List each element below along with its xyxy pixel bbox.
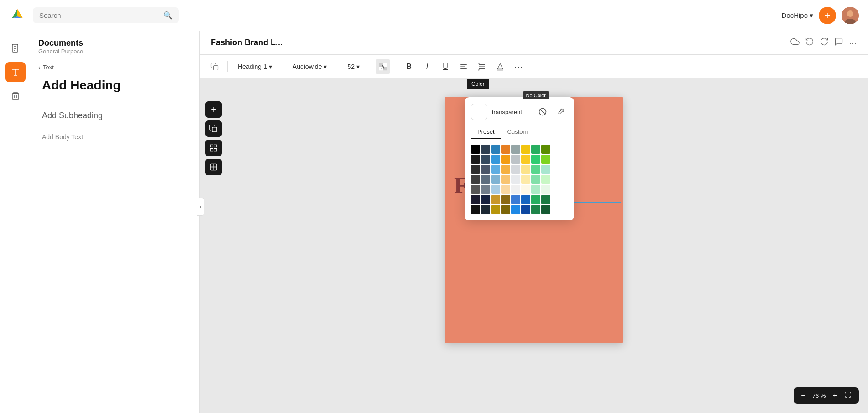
color-cell[interactable] xyxy=(521,205,530,214)
color-cell[interactable] xyxy=(511,145,520,154)
color-cell[interactable] xyxy=(471,175,480,184)
color-cell[interactable] xyxy=(501,205,510,214)
color-cell[interactable] xyxy=(521,165,530,174)
search-bar[interactable]: 🔍 xyxy=(33,7,179,23)
color-cell[interactable] xyxy=(481,185,490,194)
back-to-text[interactable]: ‹ Text xyxy=(38,64,192,71)
color-cell[interactable] xyxy=(541,185,550,194)
color-cell[interactable] xyxy=(501,185,510,194)
color-cell[interactable] xyxy=(501,175,510,184)
avatar[interactable] xyxy=(842,7,859,24)
color-cell[interactable] xyxy=(531,185,540,194)
color-cell[interactable] xyxy=(531,195,540,204)
color-cell[interactable] xyxy=(471,165,480,174)
grid-view-button[interactable] xyxy=(205,140,222,156)
tab-custom[interactable]: Custom xyxy=(501,125,534,139)
add-heading-item[interactable]: Add Heading xyxy=(38,74,192,96)
collapse-panel-button[interactable]: ‹ xyxy=(197,198,204,216)
italic-button[interactable]: I xyxy=(420,59,434,74)
add-button[interactable]: + xyxy=(819,7,836,24)
color-cell[interactable] xyxy=(491,155,500,164)
add-subheading-item[interactable]: Add Subheading xyxy=(38,107,192,124)
color-cell[interactable] xyxy=(541,175,550,184)
color-cell[interactable] xyxy=(541,155,550,164)
color-cell[interactable] xyxy=(471,155,480,164)
color-cell[interactable] xyxy=(491,185,500,194)
color-cell[interactable] xyxy=(541,195,550,204)
color-cell[interactable] xyxy=(471,145,480,154)
color-cell[interactable] xyxy=(511,175,520,184)
align-button[interactable] xyxy=(456,59,471,74)
redo-button[interactable] xyxy=(820,37,829,48)
zoom-out-button[interactable]: − xyxy=(798,391,808,401)
color-cell[interactable] xyxy=(531,175,540,184)
color-cell[interactable] xyxy=(521,155,530,164)
dochipo-dropdown[interactable]: DocHipo ▾ xyxy=(781,11,813,20)
color-cell[interactable] xyxy=(491,145,500,154)
color-cell[interactable] xyxy=(511,195,520,204)
sidebar-icon-text[interactable] xyxy=(5,62,26,82)
color-cell[interactable] xyxy=(531,205,540,214)
color-cell[interactable] xyxy=(501,195,510,204)
color-cell[interactable] xyxy=(531,145,540,154)
eyedropper-button[interactable] xyxy=(554,105,568,119)
underline-button[interactable]: U xyxy=(438,59,453,74)
add-body-text-item[interactable]: Add Body Text xyxy=(38,130,192,144)
more-toolbar-button[interactable]: ⋯ xyxy=(511,59,526,74)
color-cell[interactable] xyxy=(491,175,500,184)
color-cell[interactable] xyxy=(481,165,490,174)
undo-button[interactable] xyxy=(805,37,814,48)
copy-format-button[interactable] xyxy=(207,59,222,74)
color-cell[interactable] xyxy=(501,145,510,154)
no-color-button[interactable] xyxy=(536,105,549,119)
cloud-save-button[interactable] xyxy=(790,37,800,48)
color-cell[interactable] xyxy=(521,195,530,204)
logo[interactable] xyxy=(9,6,26,25)
color-cell[interactable] xyxy=(541,205,550,214)
color-cell[interactable] xyxy=(491,195,500,204)
color-cell[interactable] xyxy=(521,175,530,184)
font-size-dropdown[interactable]: 52 ▾ xyxy=(343,60,364,73)
color-cell[interactable] xyxy=(481,145,490,154)
color-cell[interactable] xyxy=(501,165,510,174)
comment-button[interactable] xyxy=(834,37,843,48)
color-cell[interactable] xyxy=(481,205,490,214)
color-cell[interactable] xyxy=(501,155,510,164)
color-cell[interactable] xyxy=(541,145,550,154)
color-cell[interactable] xyxy=(491,165,500,174)
color-cell[interactable] xyxy=(541,165,550,174)
bold-button[interactable]: B xyxy=(402,59,416,74)
highlight-button[interactable] xyxy=(493,59,507,74)
color-cell[interactable] xyxy=(531,155,540,164)
sidebar-icon-trash[interactable] xyxy=(5,86,26,106)
add-canvas-button[interactable]: + xyxy=(205,101,222,118)
search-input[interactable] xyxy=(39,11,160,19)
color-cell[interactable] xyxy=(491,205,500,214)
color-cell[interactable] xyxy=(511,155,520,164)
duplicate-canvas-button[interactable] xyxy=(205,120,222,137)
tab-preset[interactable]: Preset xyxy=(471,125,501,139)
color-cell[interactable] xyxy=(521,145,530,154)
heading-style-dropdown[interactable]: Heading 1 ▾ xyxy=(233,60,277,73)
color-cell[interactable] xyxy=(471,195,480,204)
color-cell[interactable] xyxy=(471,185,480,194)
text-color-button[interactable]: A xyxy=(376,59,390,74)
color-cell[interactable] xyxy=(511,165,520,174)
color-cell[interactable] xyxy=(481,155,490,164)
more-options-button[interactable]: ⋯ xyxy=(849,38,857,48)
table-view-button[interactable] xyxy=(205,159,222,175)
font-family-dropdown[interactable]: Audiowide ▾ xyxy=(288,60,332,73)
color-cell[interactable] xyxy=(521,185,530,194)
color-cell[interactable] xyxy=(481,195,490,204)
line-spacing-button[interactable] xyxy=(475,59,489,74)
color-cell[interactable] xyxy=(511,185,520,194)
back-arrow-icon: ‹ xyxy=(38,64,40,71)
zoom-in-button[interactable]: + xyxy=(830,391,840,401)
transparent-swatch[interactable] xyxy=(471,104,487,120)
zoom-expand-button[interactable] xyxy=(842,390,854,401)
color-cell[interactable] xyxy=(471,205,480,214)
sidebar-icon-documents[interactable] xyxy=(5,38,26,58)
color-cell[interactable] xyxy=(481,175,490,184)
color-cell[interactable] xyxy=(531,165,540,174)
color-cell[interactable] xyxy=(511,205,520,214)
